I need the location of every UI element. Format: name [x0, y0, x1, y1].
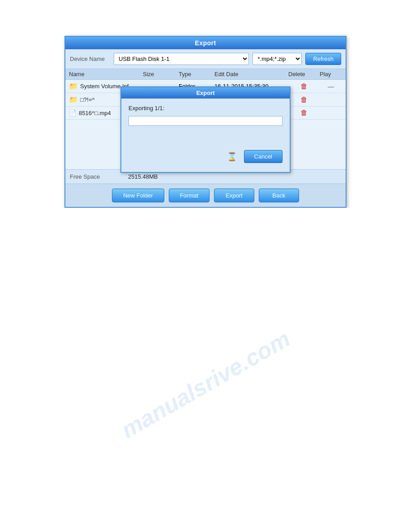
col-play: Play	[320, 71, 342, 77]
export-dialog: Export Device Name USB Flash Disk 1-1 *.…	[64, 36, 347, 208]
ext-select[interactable]: *.mp4;*.zip	[253, 53, 302, 65]
col-name: Name	[69, 71, 143, 77]
export-cancel-row: ⌛ Cancel	[128, 150, 283, 166]
export-progress-title: Export	[121, 87, 290, 99]
col-edit-date: Edit Date	[214, 71, 288, 77]
file-name: □?!=^	[80, 96, 94, 103]
export-spacer	[128, 132, 283, 150]
play-dash: —	[320, 83, 342, 90]
device-label: Device Name	[70, 56, 110, 62]
refresh-button[interactable]: Refresh	[305, 53, 341, 65]
col-type: Type	[179, 71, 214, 77]
cancel-button[interactable]: Cancel	[244, 150, 283, 163]
col-size: Size	[143, 71, 179, 77]
file-list-header: Name Size Type Edit Date Delete Play	[65, 69, 346, 80]
free-space-value: 2515.48MB	[128, 173, 158, 180]
file-icon: 📄	[69, 109, 77, 116]
dialog-title: Export	[65, 37, 346, 49]
back-button[interactable]: Back	[259, 189, 299, 202]
folder-icon: 📁	[69, 95, 78, 104]
file-name: 8516^□.mp4	[79, 110, 111, 116]
format-button[interactable]: Format	[169, 189, 210, 202]
new-folder-button[interactable]: New Folder	[112, 189, 164, 202]
delete-icon[interactable]: 🗑	[288, 96, 320, 104]
file-list: 📁 System Volume Inf... Folder 16-11-2015…	[65, 80, 346, 169]
progress-bar-container	[128, 116, 283, 126]
folder-icon: 📁	[69, 82, 78, 90]
device-select[interactable]: USB Flash Disk 1-1	[114, 53, 249, 65]
delete-icon[interactable]: 🗑	[288, 109, 320, 117]
col-delete: Delete	[288, 71, 320, 77]
export-progress-dialog: Export Exporting 1/1: ⌛ Cancel	[120, 86, 291, 173]
free-space-label: Free Space	[70, 173, 128, 180]
hourglass-icon: ⌛	[227, 152, 237, 162]
device-row: Device Name USB Flash Disk 1-1 *.mp4;*.z…	[65, 49, 346, 69]
export-button[interactable]: Export	[214, 189, 254, 202]
export-status-text: Exporting 1/1:	[128, 105, 283, 112]
delete-icon[interactable]: 🗑	[288, 82, 320, 90]
bottom-buttons: New Folder Format Export Back	[65, 184, 346, 207]
export-progress-body: Exporting 1/1: ⌛ Cancel	[121, 99, 290, 172]
